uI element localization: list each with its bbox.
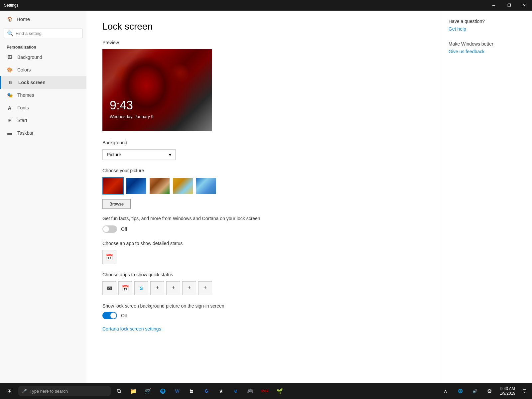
close-button[interactable]: ✕ — [517, 0, 532, 11]
volume-icon: 🔊 — [472, 389, 477, 393]
signin-state-label: On — [121, 313, 127, 318]
leaf-button[interactable]: 🌱 — [273, 384, 286, 398]
detailed-status-row: 📅 — [102, 250, 423, 264]
restore-button[interactable]: ❐ — [501, 0, 517, 11]
fun-facts-toggle[interactable] — [102, 225, 117, 233]
chrome-icon: 🌐 — [160, 388, 166, 394]
thumb-desert-bg — [173, 178, 193, 194]
mail-app-btn[interactable]: ✉ — [102, 281, 116, 295]
show-hidden-icons-button[interactable]: ∧ — [439, 384, 452, 398]
add-app-btn-4[interactable]: + — [198, 281, 212, 295]
thumb-dog-bg — [150, 178, 170, 194]
taskbar-icon: ▬ — [7, 130, 13, 136]
fonts-icon: A — [7, 105, 13, 111]
taskbar: ⊞ 🎤 Type here to search ⧉ 📁 🛒 🌐 W 🖩 G ★ … — [0, 383, 532, 399]
sidebar-search-box[interactable]: 🔍 — [4, 29, 82, 38]
lock-screen-preview: 9:43 Wednesday, January 9 — [102, 49, 212, 131]
calendar-app-btn[interactable]: 📅 — [102, 250, 116, 264]
detailed-status-section: Choose an app to show detailed status 📅 — [102, 241, 423, 264]
word-button[interactable]: W — [171, 384, 184, 398]
picture-thumb-1[interactable] — [102, 177, 124, 195]
g-icon: G — [205, 388, 208, 394]
skype-app-btn[interactable]: S — [134, 281, 148, 295]
get-help-link[interactable]: Get help — [449, 26, 466, 32]
titlebar-title: Settings — [4, 3, 18, 8]
picture-thumb-4[interactable] — [172, 177, 194, 195]
file-explorer-icon: 📁 — [130, 388, 137, 394]
home-label: Home — [17, 16, 30, 22]
plus-icon-2: + — [172, 285, 175, 292]
taskbar-search-box[interactable]: 🎤 Type here to search — [18, 386, 111, 396]
detailed-status-label: Choose an app to show detailed status — [102, 241, 423, 246]
picture-thumb-5[interactable] — [196, 177, 217, 195]
network-icon-btn[interactable]: 🌐 — [454, 384, 467, 398]
thumb-waterfall-bg — [126, 178, 146, 194]
game-icon: 🎮 — [247, 388, 254, 394]
quick-status-label: Choose apps to show quick status — [102, 272, 423, 277]
settings-icon: ⚙ — [487, 388, 492, 394]
edge-button[interactable]: e — [229, 384, 242, 398]
edge-icon: e — [234, 388, 237, 394]
leaf-icon: 🌱 — [276, 388, 283, 394]
colors-icon: 🎨 — [7, 67, 13, 73]
chevron-down-icon: ▾ — [169, 152, 171, 157]
settings-taskbar-btn[interactable]: ⚙ — [483, 384, 496, 398]
task-view-button[interactable]: ⧉ — [112, 384, 125, 398]
signin-toggle[interactable] — [102, 312, 117, 319]
add-app-btn-1[interactable]: + — [150, 281, 164, 295]
sidebar-item-start[interactable]: ⊞ Start — [0, 114, 86, 127]
volume-icon-btn[interactable]: 🔊 — [468, 384, 481, 398]
lockscreen-icon: 🖥 — [8, 79, 14, 85]
background-icon: 🖼 — [7, 54, 13, 60]
choose-picture-label: Choose your picture — [102, 168, 423, 173]
sidebar-item-label: Taskbar — [17, 130, 34, 136]
sidebar-item-taskbar[interactable]: ▬ Taskbar — [0, 127, 86, 139]
network-icon: 🌐 — [458, 389, 463, 393]
fun-facts-section: Get fun facts, tips, and more from Windo… — [102, 215, 423, 233]
pdf-button[interactable]: PDF — [258, 384, 272, 398]
background-dropdown-value: Picture — [107, 152, 121, 157]
g-button[interactable]: G — [200, 384, 213, 398]
notification-button[interactable]: 🗨 — [519, 384, 529, 398]
game-button[interactable]: 🎮 — [244, 384, 257, 398]
cortana-link[interactable]: Cortana lock screen settings — [102, 326, 161, 332]
sidebar-item-background[interactable]: 🖼 Background — [0, 51, 86, 64]
sidebar-item-themes[interactable]: 🎭 Themes — [0, 89, 86, 101]
sidebar-item-colors[interactable]: 🎨 Colors — [0, 64, 86, 76]
minimize-button[interactable]: ─ — [486, 0, 501, 11]
search-input[interactable] — [16, 31, 79, 36]
sidebar-item-lockscreen[interactable]: 🖥 Lock screen — [0, 76, 86, 89]
sidebar-item-label: Background — [17, 55, 42, 60]
themes-icon: 🎭 — [7, 92, 13, 98]
feedback-link[interactable]: Give us feedback — [449, 49, 484, 54]
toggle-knob — [103, 226, 109, 232]
store-button[interactable]: 🛒 — [141, 384, 155, 398]
window-controls: ─ ❐ ✕ — [486, 0, 532, 11]
add-app-btn-3[interactable]: + — [182, 281, 196, 295]
start-button[interactable]: ⊞ — [1, 383, 17, 399]
taskbar-search-placeholder: Type here to search — [30, 389, 68, 394]
chrome-button[interactable]: 🌐 — [156, 384, 169, 398]
picture-grid — [102, 177, 423, 195]
app-container: 🏠 Home 🔍 Personalization 🖼 Background 🎨 … — [0, 11, 532, 383]
file-explorer-button[interactable]: 📁 — [127, 384, 140, 398]
browse-button[interactable]: Browse — [102, 199, 131, 209]
picture-thumb-3[interactable] — [149, 177, 170, 195]
star-button[interactable]: ★ — [214, 384, 228, 398]
background-dropdown[interactable]: Picture ▾ — [102, 149, 176, 160]
picture-thumb-2[interactable] — [126, 177, 147, 195]
sidebar-item-label: Fonts — [17, 105, 29, 110]
cortana-link-container: Cortana lock screen settings — [102, 326, 423, 332]
cortana-mic-icon: 🎤 — [22, 389, 27, 393]
page-title: Lock screen — [102, 21, 423, 32]
taskbar-clock[interactable]: 9:43 AM 1/9/2019 — [497, 386, 518, 396]
sidebar-home[interactable]: 🏠 Home — [0, 11, 86, 27]
sidebar-item-fonts[interactable]: A Fonts — [0, 101, 86, 114]
help-section: Have a question? Get help — [449, 19, 523, 32]
help-title: Have a question? — [449, 19, 523, 24]
add-app-btn-2[interactable]: + — [166, 281, 180, 295]
calculator-button[interactable]: 🖩 — [185, 384, 199, 398]
right-panel: Have a question? Get help Make Windows b… — [439, 11, 532, 383]
store-icon: 🛒 — [145, 388, 151, 394]
calendar-quick-btn[interactable]: 📅 — [118, 281, 132, 295]
